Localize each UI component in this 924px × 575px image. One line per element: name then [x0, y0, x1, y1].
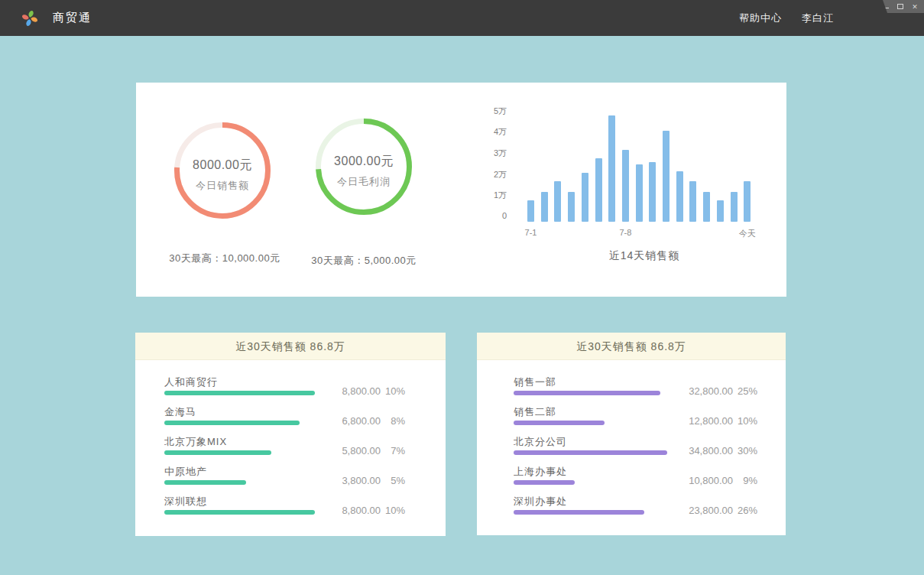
rank-row-percent: 10% [733, 415, 757, 427]
help-center-link[interactable]: 帮助中心 [739, 11, 782, 25]
rank-row-percent: 10% [381, 385, 405, 397]
y-tick-4万: 4万 [468, 126, 507, 138]
rank-row-values: 8,800.0010% [321, 385, 405, 397]
daily-bar-7-8 [622, 150, 629, 222]
rank-row-amount: 8,800.00 [321, 385, 381, 397]
rank-row-label: 北京万象MIX [164, 435, 227, 449]
daily-bar-7-15 [717, 200, 724, 222]
daily-bar-7-2 [541, 192, 548, 222]
today-profit-30day-max: 30天最高：5,000.00元 [249, 254, 478, 268]
rank-row-percent: 30% [733, 445, 757, 456]
daily-bar-7-10 [649, 162, 656, 222]
rank-row-上海办事处: 上海办事处10,800.009% [477, 465, 786, 495]
rank-row-label: 北京分公司 [514, 435, 567, 449]
rank-row-label: 金海马 [164, 405, 196, 419]
department-rank-title: 近30天销售额 86.8万 [477, 333, 786, 360]
rank-row-bar [164, 450, 271, 455]
x-label-今天: 今天 [739, 228, 756, 239]
rank-row-values: 3,800.005% [321, 475, 405, 486]
y-tick-1万: 1万 [468, 190, 507, 201]
x-label-7-1: 7-1 [525, 228, 537, 237]
rank-row-percent: 9% [733, 475, 757, 486]
today-sales-value: 8000.00元 [173, 158, 272, 174]
rank-row-values: 6,800.008% [321, 415, 405, 427]
daily-bar-7-9 [636, 164, 643, 222]
rank-row-label: 上海办事处 [514, 465, 567, 479]
rank-row-values: 10,800.009% [673, 475, 757, 486]
rank-row-bar [164, 421, 300, 425]
customer-rank-body: 人和商贸行8,800.0010%金海马6,800.008%北京万象MIX5,80… [135, 360, 446, 536]
rank-row-bar [164, 391, 315, 395]
rank-row-amount: 8,800.00 [321, 505, 381, 516]
today-profit-value: 3000.00元 [314, 154, 413, 170]
rank-row-bar [514, 450, 667, 455]
rank-row-label: 人和商贸行 [164, 375, 218, 389]
rank-row-bar [514, 510, 644, 515]
rank-row-amount: 10,800.00 [673, 475, 733, 486]
rank-row-bar [514, 421, 605, 425]
rank-row-深圳办事处: 深圳办事处23,800.0026% [477, 495, 786, 525]
rank-row-bar [164, 510, 315, 515]
department-sales-rank-card: 近30天销售额 86.8万 销售一部32,800.0025%销售二部12,800… [477, 333, 786, 535]
daily-bar-7-3 [554, 181, 561, 222]
rank-row-销售二部: 销售二部12,800.0010% [477, 405, 786, 435]
rank-row-北京分公司: 北京分公司34,800.0030% [477, 435, 786, 465]
daily-bar-7-11 [663, 131, 669, 222]
rank-row-label: 深圳办事处 [514, 495, 567, 508]
y-tick-3万: 3万 [468, 148, 507, 159]
titlebar: 商贸通 帮助中心 李白江 ✕ [0, 0, 924, 36]
rank-row-销售一部: 销售一部32,800.0025% [477, 375, 786, 405]
rank-row-percent: 26% [733, 505, 757, 516]
y-tick-2万: 2万 [468, 169, 507, 180]
rank-row-amount: 12,800.00 [673, 415, 733, 427]
rank-row-金海马: 金海马6,800.008% [135, 405, 446, 435]
rank-row-amount: 5,800.00 [321, 445, 381, 456]
close-icon[interactable]: ✕ [911, 3, 919, 11]
app-logo-pinwheel-icon [19, 8, 41, 29]
rank-row-values: 12,800.0010% [673, 415, 757, 427]
daily-bar-7-6 [595, 158, 602, 222]
daily-bar-7-14 [703, 192, 710, 222]
rank-row-bar [164, 480, 246, 485]
today-sales-donut: 8000.00元 今日销售额 [173, 121, 272, 220]
rank-row-values: 23,800.0026% [673, 505, 757, 516]
department-rank-body: 销售一部32,800.0025%销售二部12,800.0010%北京分公司34,… [477, 360, 786, 535]
rank-row-label: 深圳联想 [164, 495, 207, 508]
today-profit-label: 今日毛利润 [314, 175, 413, 189]
rank-row-percent: 5% [381, 475, 405, 486]
rank-row-amount: 34,800.00 [673, 445, 733, 456]
rank-row-percent: 8% [381, 415, 405, 427]
daily-bar-7-1 [527, 200, 534, 222]
rank-row-label: 中原地产 [164, 465, 207, 479]
rank-row-人和商贸行: 人和商贸行8,800.0010% [135, 375, 446, 405]
y-tick-0: 0 [468, 211, 507, 220]
rank-row-amount: 3,800.00 [321, 475, 381, 486]
rank-row-深圳联想: 深圳联想8,800.0010% [135, 495, 446, 525]
titlebar-right: 帮助中心 李白江 [739, 11, 924, 25]
app-window: { "titlebar": { "app_title": "商贸通", "hel… [0, 0, 924, 575]
rank-row-values: 5,800.007% [321, 445, 405, 456]
app-title: 商贸通 [53, 11, 92, 25]
rank-row-amount: 23,800.00 [673, 505, 733, 516]
x-label-7-8: 7-8 [619, 228, 631, 237]
rank-row-label: 销售二部 [514, 405, 556, 419]
minimize-icon[interactable] [882, 3, 890, 11]
overview-card: 8000.00元 今日销售额 30天最高：10,000.00元 3000.00元… [136, 83, 786, 297]
username-menu[interactable]: 李白江 [802, 11, 834, 25]
rank-row-percent: 7% [381, 445, 405, 456]
daily-bar-今天 [744, 181, 751, 222]
maximize-icon[interactable] [896, 3, 904, 11]
rank-row-北京万象MIX: 北京万象MIX5,800.007% [135, 435, 446, 465]
daily-sales-bars [527, 107, 752, 222]
rank-row-percent: 25% [733, 385, 757, 397]
daily-bar-7-4 [568, 192, 575, 222]
y-tick-5万: 5万 [468, 106, 507, 117]
rank-row-amount: 32,800.00 [673, 385, 733, 397]
rank-row-amount: 6,800.00 [321, 415, 381, 427]
rank-row-label: 销售一部 [514, 375, 556, 389]
customer-sales-rank-card: 近30天销售额 86.8万 人和商贸行8,800.0010%金海马6,800.0… [135, 333, 446, 536]
rank-row-values: 34,800.0030% [673, 445, 757, 456]
rank-row-values: 32,800.0025% [673, 385, 757, 397]
customer-rank-title: 近30天销售额 86.8万 [135, 333, 446, 360]
today-profit-donut: 3000.00元 今日毛利润 [314, 117, 413, 216]
